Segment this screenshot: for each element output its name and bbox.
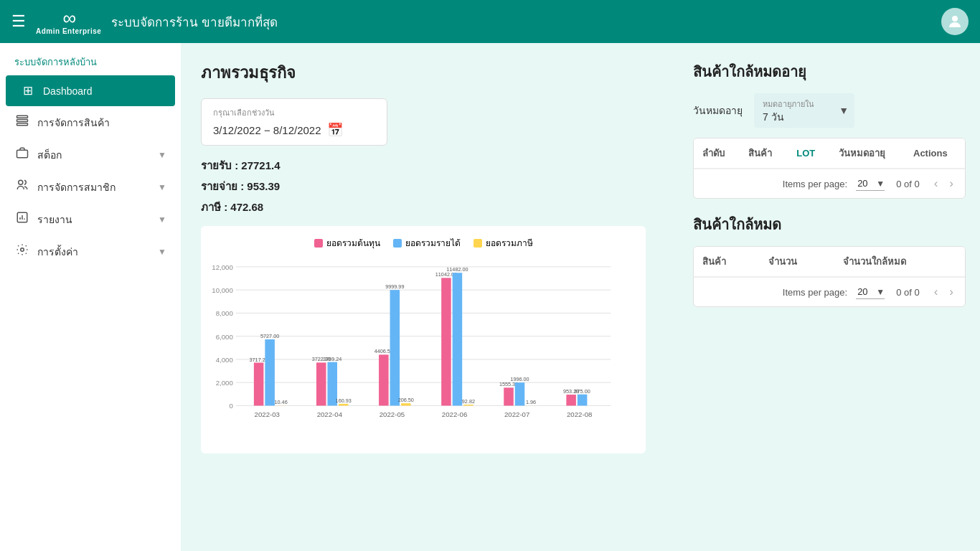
stock-title: สินค้าใกล้หมด: [693, 213, 966, 236]
stock-col-qty: จำนวน: [760, 247, 834, 277]
expiry-filter-label: วันหมดอายุ: [693, 103, 743, 118]
svg-text:1996.00: 1996.00: [510, 376, 529, 382]
stat-income: รายรับ : 27721.4: [201, 157, 659, 174]
expiry-dropdown-wrapper[interactable]: หมดอายุภายใน 7 วัน 14 วัน 30 วัน 60 วัน …: [754, 93, 854, 128]
chart-container: ยอดรวมต้นทุน ยอดรวมรายได้ ยอดรวมภาษี 02,…: [201, 226, 646, 453]
svg-text:2022-06: 2022-06: [442, 410, 467, 418]
sidebar-item-label: Dashboard: [43, 85, 161, 97]
svg-text:1.96: 1.96: [526, 399, 536, 405]
svg-text:0: 0: [229, 402, 232, 410]
svg-text:8,000: 8,000: [216, 309, 233, 317]
date-picker-label: กรุณาเลือกช่วงวัน: [213, 106, 375, 119]
sidebar-item-label: การจัดการสินค้า: [37, 115, 166, 131]
legend-income: ยอดรวมรายได้: [393, 236, 461, 250]
expiry-next-button[interactable]: ›: [946, 175, 956, 192]
stock-section: สินค้าใกล้หมด สินค้า จำนวน จำนวนใกล้หมด …: [693, 213, 966, 307]
chevron-down-icon: ▼: [158, 182, 166, 192]
expiry-table-footer: Items per page: 10 20 50 100 ▼ 0 of 0 ‹ …: [694, 169, 965, 198]
stock-per-page-wrapper[interactable]: 10 20 50 100 ▼: [856, 285, 885, 299]
stock-table: สินค้า จำนวน จำนวนใกล้หมด: [694, 247, 965, 277]
svg-text:6,000: 6,000: [216, 333, 233, 341]
svg-rect-59: [578, 395, 588, 406]
sidebar-item-label: การตั้งค่า: [37, 244, 151, 260]
expiry-section: สินค้าใกล้หมดอายุ วันหมดอายุ หมดอายุภายใ…: [693, 60, 966, 199]
app-title: ระบบจัดการร้าน ขายดีมากที่สุด: [111, 12, 941, 32]
stock-prev-button[interactable]: ‹: [931, 283, 941, 301]
sidebar-item-label: รายงาน: [37, 212, 151, 227]
sidebar-item-members[interactable]: การจัดการสมาชิก ▼: [0, 171, 181, 203]
stock-col-near-empty: จำนวนใกล้หมด: [834, 247, 965, 277]
svg-text:2,000: 2,000: [216, 379, 233, 387]
expiry-dropdown[interactable]: 7 วัน 14 วัน 30 วัน 60 วัน: [763, 111, 831, 123]
svg-rect-57: [566, 395, 576, 405]
expiry-table: ลำดับ สินค้า LOT วันหมดอายุ Actions: [694, 138, 965, 169]
sidebar-item-settings[interactable]: การตั้งค่า ▼: [0, 235, 181, 268]
svg-rect-3: [17, 123, 28, 126]
legend-income-label: ยอดรวมรายได้: [405, 236, 461, 250]
expiry-filter: วันหมดอายุ หมดอายุภายใน 7 วัน 14 วัน 30 …: [693, 93, 966, 128]
stat-tax: ภาษี : 472.68: [201, 199, 659, 216]
products-icon: [14, 114, 30, 131]
svg-rect-38: [390, 290, 400, 405]
settings-icon: [14, 243, 30, 260]
stock-pagination-info: 0 of 0: [896, 287, 920, 298]
logo-text: Admin Enterprise: [36, 27, 101, 35]
expiry-per-page-select[interactable]: 10 20 50 100: [856, 176, 885, 191]
menu-toggle-icon[interactable]: ☰: [11, 12, 26, 31]
expiry-prev-button[interactable]: ‹: [931, 175, 941, 192]
calendar-icon[interactable]: 📅: [327, 122, 343, 138]
chevron-down-icon: ▼: [158, 215, 166, 225]
right-panel: สินค้าใกล้หมดอายุ วันหมดอายุ หมดอายุภายใ…: [679, 43, 980, 551]
main-content: ภาพรวมธุรกิจ กรุณาเลือกช่วงวัน 3/12/2022…: [181, 43, 679, 551]
sidebar-item-label: การจัดการสมาชิก: [37, 179, 151, 195]
svg-text:11482.00: 11482.00: [446, 266, 468, 273]
user-avatar[interactable]: [941, 8, 969, 35]
svg-text:160.93: 160.93: [336, 397, 352, 404]
sidebar-item-products[interactable]: การจัดการสินค้า: [0, 106, 181, 138]
bar-chart: 02,0004,0006,0008,00010,00012,0003717.25…: [208, 257, 639, 443]
expiry-title: สินค้าใกล้หมดอายุ: [693, 60, 966, 83]
sidebar-item-dashboard[interactable]: ⊞ Dashboard: [6, 75, 175, 106]
svg-rect-29: [316, 362, 326, 405]
stock-col-product: สินค้า: [694, 247, 760, 277]
svg-text:975.00: 975.00: [575, 388, 590, 395]
top-navigation: ☰ ∞ Admin Enterprise ระบบจัดการร้าน ขายด…: [0, 0, 980, 43]
svg-rect-4: [17, 150, 28, 158]
sidebar-item-stock[interactable]: สต็อก ▼: [0, 138, 181, 171]
svg-rect-40: [401, 403, 411, 405]
members-icon: [14, 179, 30, 195]
svg-rect-24: [265, 339, 275, 405]
legend-tax-label: ยอดรวมภาษี: [486, 236, 533, 250]
page-title: ภาพรวมธุรกิจ: [201, 60, 659, 85]
svg-text:5727.00: 5727.00: [260, 333, 279, 339]
expiry-items-per-page-label: Items per page:: [783, 179, 847, 189]
svg-rect-47: [463, 405, 473, 405]
svg-text:2022-07: 2022-07: [504, 410, 529, 418]
logo-area: ∞ Admin Enterprise: [36, 9, 101, 35]
svg-rect-2: [17, 120, 28, 122]
svg-text:9999.99: 9999.99: [385, 283, 404, 290]
stock-next-button[interactable]: ›: [946, 283, 956, 301]
svg-text:2022-04: 2022-04: [317, 410, 343, 418]
stock-per-page-select[interactable]: 10 20 50 100: [856, 285, 885, 299]
svg-text:4,000: 4,000: [216, 356, 233, 364]
svg-rect-33: [339, 404, 349, 406]
expiry-per-page-wrapper[interactable]: 10 20 50 100 ▼: [856, 176, 885, 191]
svg-text:206.50: 206.50: [398, 397, 414, 403]
svg-text:10,000: 10,000: [212, 286, 233, 294]
sidebar-item-reports[interactable]: รายงาน ▼: [0, 203, 181, 235]
chevron-down-icon: ▼: [158, 247, 166, 257]
svg-text:2022-05: 2022-05: [380, 410, 405, 418]
chevron-down-icon: ▼: [839, 105, 849, 116]
col-number: ลำดับ: [694, 138, 740, 169]
stock-table-wrapper: สินค้า จำนวน จำนวนใกล้หมด Items per page…: [693, 246, 966, 307]
stock-items-per-page-label: Items per page:: [783, 287, 847, 298]
date-picker[interactable]: กรุณาเลือกช่วงวัน 3/12/2022 − 8/12/2022 …: [201, 98, 387, 146]
chart-legend: ยอดรวมต้นทุน ยอดรวมรายได้ ยอดรวมภาษี: [208, 236, 639, 250]
legend-income-dot: [393, 239, 402, 248]
stock-table-footer: Items per page: 10 20 50 100 ▼ 0 of 0 ‹ …: [694, 277, 965, 306]
sidebar-item-label: สต็อก: [37, 147, 151, 163]
svg-rect-52: [515, 382, 525, 405]
svg-rect-1: [17, 116, 28, 118]
expiry-table-wrapper: ลำดับ สินค้า LOT วันหมดอายุ Actions Item…: [693, 138, 966, 199]
